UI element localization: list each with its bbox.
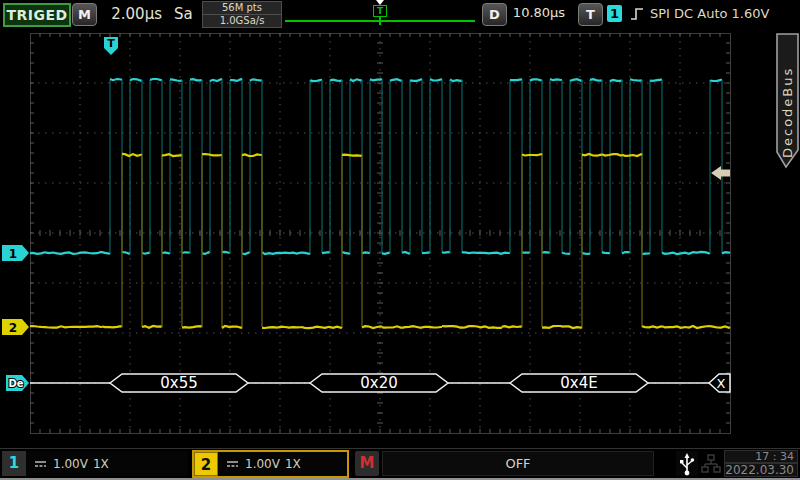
decode-value: X (717, 376, 726, 391)
channel2-scale: 1.00V (245, 457, 280, 471)
dc-coupling-icon (225, 458, 240, 470)
channel1-position-marker-label: 1 (9, 247, 17, 261)
clock-date: 2022.03.30 (724, 463, 798, 477)
decode-bus-tab-label: DecodeBus (780, 67, 795, 158)
lan-icon (701, 453, 721, 475)
channel1-status[interactable]: 1 1.00V 1X (2, 451, 188, 476)
decode-value: 0x4E (560, 374, 597, 392)
clock-time: 17 : 34 (724, 450, 798, 463)
channel1-scale: 1.00V (53, 457, 88, 471)
decode-bus: 0x550x200x4EX (30, 374, 730, 392)
decode-position-label: De (8, 378, 23, 389)
waveform-display: 0x550x200x4EXT12DeDecodeBus (0, 0, 800, 480)
trigger-level-arrow-icon[interactable] (711, 166, 730, 180)
dc-coupling-icon (33, 458, 48, 470)
trigger-position-label: T (107, 37, 115, 50)
channel1-badge: 1 (2, 451, 26, 476)
decode-value: 0x55 (160, 374, 198, 392)
usb-icon (679, 452, 695, 476)
decode-bus-tab[interactable]: DecodeBus (777, 34, 798, 167)
channel2-probe: 1X (285, 457, 301, 471)
bottom-separator (0, 448, 800, 449)
channel-status-bar: 1 1.00V 1X 2 1. (0, 450, 800, 478)
decode-value: 0x20 (360, 374, 398, 392)
channel2-position-marker-label: 2 (9, 321, 17, 335)
lan-status (699, 451, 723, 476)
channel2-status[interactable]: 2 1.00V 1X (192, 450, 349, 478)
channel2-badge: 2 (194, 452, 218, 476)
oscilloscope-screen: TRIGED M 2.00µsSa 56M pts 1.0GSa/s T D 1… (0, 0, 800, 480)
math-channel-badge[interactable]: M (355, 451, 379, 476)
ch2-waveform (30, 154, 730, 328)
usb-status (676, 451, 698, 476)
markers: T12De (2, 37, 730, 391)
channel1-probe: 1X (93, 457, 109, 471)
math-status[interactable]: OFF (382, 451, 654, 476)
